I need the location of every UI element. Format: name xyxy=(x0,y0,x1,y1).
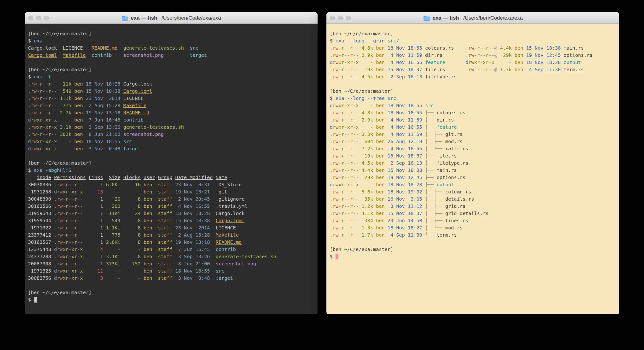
terminal-line: .rw-r--r-- 2.7k ben 19 Nov 13:18 README.… xyxy=(28,109,314,116)
terminal-line: .rw-r--r-- 4.5k ben 2 Sep 16:13 ├── file… xyxy=(330,160,616,166)
window-title: exa — fish /Users/ben/Code/exa/exa xyxy=(121,15,221,21)
terminal-line: .rw-r--r-- 604 ben 26 Aug 12:19 │ ├── mo… xyxy=(330,138,616,145)
terminal-line xyxy=(28,59,314,66)
terminal-line: .rw-r--r-- 549 ben 15 Nov 18:38 Cargo.to… xyxy=(28,88,314,95)
terminal-window-left: exa — fish /Users/ben/Code/exa/exa [ben … xyxy=(25,12,318,314)
window-titlebar[interactable]: exa — fish /Users/ben/Code/exa/exa xyxy=(25,12,318,24)
terminal-line: .rw-r--r-- 7.2k ben 4 Nov 16:55 │ └── xa… xyxy=(330,145,616,152)
terminal-line: .rw-r--r-- 11k ben 18 Nov 18:28 Cargo.lo… xyxy=(28,80,314,88)
terminal-line xyxy=(330,80,616,88)
terminal-line: drwxr-xr-x - ben 18 Nov 18:55 src xyxy=(330,102,616,109)
terminal-line: [ben ~/C/e/exa:master] xyxy=(28,66,314,73)
terminal-line xyxy=(28,282,314,289)
terminal-line: [ben ~/C/e/exa:master] xyxy=(330,30,616,37)
terminal-line: 1971258 drwxr-xr-x 15 - - ben staff 19 N… xyxy=(28,188,314,196)
minimize-button[interactable] xyxy=(338,16,343,20)
terminal-line: drwxr-xr-x - ben 4 Nov 16:55 feature drw… xyxy=(330,59,616,66)
terminal-line: 24377288 .rwxr-xr-x 1 3.1Ki 8 ben staff … xyxy=(28,253,314,260)
terminal-line xyxy=(28,152,314,160)
terminal-line: [ben ~/C/e/exa:master] xyxy=(28,289,314,296)
close-button[interactable] xyxy=(28,16,33,20)
terminal-line: [ben ~/C/e/exa:master] xyxy=(330,246,616,253)
terminal-line: inode Permissions Links Size Blocks User… xyxy=(28,174,314,181)
terminal-content[interactable]: [ben ~/C/e/exa:master]$ exaCargo.lock LI… xyxy=(25,24,318,303)
terminal-line: 1971322 .rw-r--r-- 1 1.1Ki 8 ben staff 2… xyxy=(28,224,314,231)
desktop: { "desktop": { "background": "#000000" }… xyxy=(0,0,644,350)
terminal-line: .rw-r--r-- 382k ben 8 Jun 21:00 screensh… xyxy=(28,131,314,138)
window-titlebar[interactable]: exa — fish /Users/ben/Code/exa/exa xyxy=(326,12,619,24)
window-title-path: /Users/ben/Code/exa/exa xyxy=(162,15,221,21)
terminal-line: .rw-r--r-- 3.3k ben 4 Nov 11:59 │ ├── gi… xyxy=(330,131,616,138)
terminal-line: 12375448 drwxr-xr-x 4 - - ben staff 7 Ju… xyxy=(28,246,314,253)
terminal-line: .rw-r--r-- 2.9k ben 4 Nov 11:59 dir.rs .… xyxy=(330,52,616,59)
zoom-button[interactable] xyxy=(44,16,49,20)
terminal-line: .rw-r--r-- 19k ben 15 Nov 18:37 ├── file… xyxy=(330,152,616,160)
terminal-content[interactable]: [ben ~/C/e/exa:master]$ exa --long --gri… xyxy=(326,24,619,260)
terminal-line: .rw-r--r-- 384 ben 29 Jun 14:50 │ ├── li… xyxy=(330,217,616,224)
terminal-line: 31959544 .rw-r--r-- 1 549 8 ben staff 15… xyxy=(28,217,314,224)
terminal-line: .rw-r--r-- 4.4k ben 15 Nov 18:38 ├── mai… xyxy=(330,166,616,174)
terminal-line: drwxr-xr-x - ben 4 Nov 16:55 ├── feature xyxy=(330,124,616,131)
terminal-line: .rw-r--r-- 1.1k ben 23 Nov 2014 LICENCE xyxy=(28,95,314,102)
terminal-line: $ exa -l xyxy=(28,73,314,80)
terminal-line: .rw-r--r-- 2.9k ben 4 Nov 11:59 ├── dir.… xyxy=(330,116,616,124)
terminal-line: 1971325 drwxr-xr-x 11 - - ben staff 18 N… xyxy=(28,267,314,274)
terminal-line: drwxr-xr-x - ben 18 Nov 18:55 src xyxy=(28,138,314,145)
terminal-cursor xyxy=(336,254,338,260)
terminal-line: .rw-r--r-- 29k ben 19 Nov 12:45 ├── opti… xyxy=(330,174,616,181)
terminal-line: Cargo.lock LICENCE README.md generate-te… xyxy=(28,44,314,52)
terminal-line: 23377412 .rw-r--r-- 1 775 8 ben staff 2 … xyxy=(28,231,314,238)
traffic-lights xyxy=(330,12,351,24)
window-title: exa — fish /Users/ben/Code/exa/exa xyxy=(423,15,523,21)
folder-icon xyxy=(121,15,128,21)
terminal-line: $ exa --long --grid src/ xyxy=(330,37,616,44)
terminal-line: .rw-r--r-- 1.3k ben 18 Nov 18:27 │ └── m… xyxy=(330,224,616,231)
terminal-cursor xyxy=(34,297,37,302)
terminal-line: Cargo.toml Makefile contrib screenshot.p… xyxy=(28,52,314,59)
terminal-line: 30083756 drwxr-xr-x 3 - - ben staff 3 No… xyxy=(28,274,314,282)
terminal-line: drwxr-xr-x - ben 18 Nov 18:28 ├── output xyxy=(330,181,616,188)
terminal-line: .rw-r--r-- 1.7k ben 4 Sep 11:30 └── term… xyxy=(330,231,616,238)
terminal-line xyxy=(330,238,616,246)
terminal-line: 30030336 .rw-r--r-- 1 6.0Ki 16 ben staff… xyxy=(28,181,314,188)
terminal-window-right: exa — fish /Users/ben/Code/exa/exa [ben … xyxy=(326,12,619,314)
terminal-line: .rwxr-xr-x 3.1k ben 3 Sep 13:26 generate… xyxy=(28,124,314,131)
terminal-line: .rw-r--r-- 775 ben 2 Aug 15:28 Makefile xyxy=(28,102,314,109)
terminal-line: [ben ~/C/e/exa:master] xyxy=(28,160,314,166)
terminal-line: .rw-r--r-- 35k ben 16 Nov 3:05 │ ├── det… xyxy=(330,196,616,202)
terminal-line: [ben ~/C/e/exa:master] xyxy=(28,30,314,37)
terminal-line: 20087308 .rw-r--r-- 1 373Ki 752 ben staf… xyxy=(28,260,314,267)
window-title-path: /Users/ben/Code/exa/exa xyxy=(463,15,523,21)
window-title-app: exa — fish xyxy=(432,15,459,21)
terminal-line: $ exa --long --tree src xyxy=(330,95,616,102)
terminal-line: .rw-r--r-- 4.8k ben 18 Nov 18:55 colours… xyxy=(330,44,616,52)
terminal-line: 30163567 .rw-r--r-- 1 2.6Ki 8 ben staff … xyxy=(28,238,314,246)
close-button[interactable] xyxy=(330,16,335,20)
terminal-line: $ xyxy=(28,296,314,303)
minimize-button[interactable] xyxy=(36,16,41,20)
terminal-line: 30163566 .rw-r--r-- 1 200 8 ben staff 4 … xyxy=(28,202,314,210)
window-title-app: exa — fish xyxy=(131,15,157,21)
folder-icon xyxy=(423,15,430,21)
terminal-line: .rw-r--r-- 4.8k ben 18 Nov 18:55 ├── col… xyxy=(330,109,616,116)
zoom-button[interactable] xyxy=(346,16,351,20)
terminal-line: [ben ~/C/e/exa:master] xyxy=(330,88,616,95)
terminal-line: .rw-r--r-- 19k ben 15 Nov 18:37 file.rs … xyxy=(330,66,616,73)
terminal-line: .rw-r--r-- 4.1k ben 15 Nov 18:37 │ ├── g… xyxy=(330,210,616,217)
terminal-line: 30048390 .rw-r--r-- 1 20 8 ben staff 2 N… xyxy=(28,196,314,202)
terminal-line: .rw-r--r-- 1.2k ben 3 Nov 11:12 │ ├── gr… xyxy=(330,202,616,210)
terminal-line: $ xyxy=(330,253,616,260)
terminal-line: .rw-r--r-- 5.6k ben 18 Nov 19:02 │ ├── c… xyxy=(330,188,616,196)
traffic-lights xyxy=(28,12,49,24)
terminal-line: drwxr-xr-x - ben 7 Jun 16:45 contrib xyxy=(28,116,314,124)
terminal-line: .rw-r--r-- 4.5k ben 2 Sep 16:13 filetype… xyxy=(330,73,616,80)
terminal-line: $ exa -abghHliS xyxy=(28,166,314,174)
terminal-line: drwxr-xr-x - ben 3 Nov 0:48 target xyxy=(28,145,314,152)
terminal-line: $ exa xyxy=(28,37,314,44)
terminal-line: 31959543 .rw-r--r-- 1 11Ki 24 ben staff … xyxy=(28,210,314,217)
